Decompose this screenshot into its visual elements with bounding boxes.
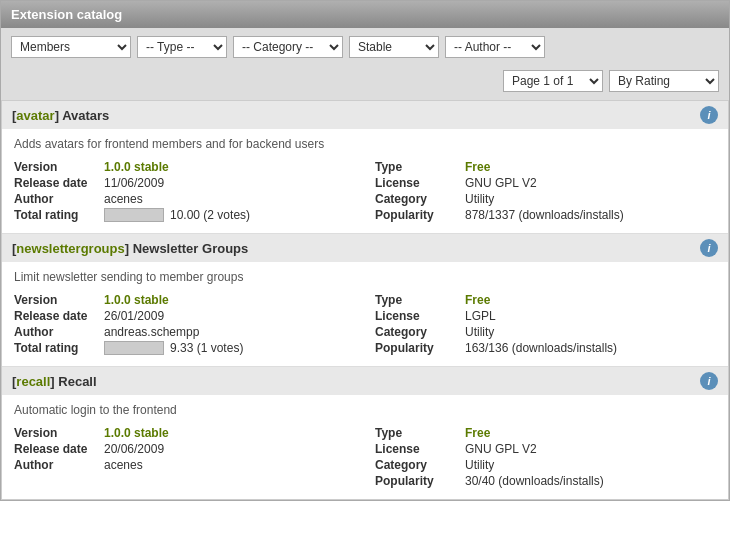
ext-details-right-newslettergroups: Type Free License LGPL Category Utility … xyxy=(375,292,716,356)
license-row-newslettergroups: License LGPL xyxy=(375,308,716,324)
extension-item-recall: [recall] Recall i Automatic login to the… xyxy=(2,367,728,499)
type-row-recall: Type Free xyxy=(375,425,716,441)
ext-details-recall: Version 1.0.0 stable Release date 20/06/… xyxy=(14,425,716,489)
info-icon-recall[interactable]: i xyxy=(700,372,718,390)
type-row-newslettergroups: Type Free xyxy=(375,292,716,308)
ext-details-left-avatar: Version 1.0.0 stable Release date 11/06/… xyxy=(14,159,355,223)
ext-desc-newslettergroups: Limit newsletter sending to member group… xyxy=(14,270,716,284)
version-row-avatar: Version 1.0.0 stable xyxy=(14,159,355,175)
category-row-recall: Category Utility xyxy=(375,457,716,473)
ext-details-right-avatar: Type Free License GNU GPL V2 Category Ut… xyxy=(375,159,716,223)
ext-link-avatar[interactable]: avatar xyxy=(16,108,54,123)
extension-item-avatar: [avatar] Avatars i Adds avatars for fron… xyxy=(2,101,728,234)
filter-toolbar: Members -- Type -- -- Category -- Stable… xyxy=(1,28,729,66)
extension-item-newslettergroups: [newslettergroups] Newsletter Groups i L… xyxy=(2,234,728,367)
ext-title-row-avatar: [avatar] Avatars i xyxy=(2,101,728,129)
page-select[interactable]: Page 1 of 1 xyxy=(503,70,603,92)
rating-row-newslettergroups: Total rating 9.33 (1 votes) xyxy=(14,340,355,356)
license-row-avatar: License GNU GPL V2 xyxy=(375,175,716,191)
ext-details-left-recall: Version 1.0.0 stable Release date 20/06/… xyxy=(14,425,355,489)
ext-title-row-newslettergroups: [newslettergroups] Newsletter Groups i xyxy=(2,234,728,262)
sort-select[interactable]: By Rating xyxy=(609,70,719,92)
rating-bar-newslettergroups xyxy=(104,341,164,355)
rating-bar-avatar xyxy=(104,208,164,222)
popularity-row-recall: Popularity 30/40 (downloads/installs) xyxy=(375,473,716,489)
ext-link-recall[interactable]: recall xyxy=(16,374,50,389)
page-header: Extension catalog xyxy=(1,1,729,28)
ext-title-row-recall: [recall] Recall i xyxy=(2,367,728,395)
ext-desc-recall: Automatic login to the frontend xyxy=(14,403,716,417)
header-title: Extension catalog xyxy=(11,7,122,22)
category-select[interactable]: -- Category -- xyxy=(233,36,343,58)
ext-details-avatar: Version 1.0.0 stable Release date 11/06/… xyxy=(14,159,716,223)
info-icon-avatar[interactable]: i xyxy=(700,106,718,124)
author-row-avatar: Author acenes xyxy=(14,191,355,207)
release-row-avatar: Release date 11/06/2009 xyxy=(14,175,355,191)
author-row-recall: Author acenes xyxy=(14,457,355,473)
version-row-newslettergroups: Version 1.0.0 stable xyxy=(14,292,355,308)
type-select[interactable]: -- Type -- xyxy=(137,36,227,58)
members-select[interactable]: Members xyxy=(11,36,131,58)
rating-row-avatar: Total rating 10.00 (2 votes) xyxy=(14,207,355,223)
category-row-avatar: Category Utility xyxy=(375,191,716,207)
ext-title-newslettergroups: [newslettergroups] Newsletter Groups xyxy=(12,241,248,256)
ext-link-newslettergroups[interactable]: newslettergroups xyxy=(16,241,124,256)
ext-details-left-newslettergroups: Version 1.0.0 stable Release date 26/01/… xyxy=(14,292,355,356)
ext-desc-avatar: Adds avatars for frontend members and fo… xyxy=(14,137,716,151)
ext-details-newslettergroups: Version 1.0.0 stable Release date 26/01/… xyxy=(14,292,716,356)
info-icon-newslettergroups[interactable]: i xyxy=(700,239,718,257)
license-row-recall: License GNU GPL V2 xyxy=(375,441,716,457)
ext-details-right-recall: Type Free License GNU GPL V2 Category Ut… xyxy=(375,425,716,489)
type-row-avatar: Type Free xyxy=(375,159,716,175)
version-row-recall: Version 1.0.0 stable xyxy=(14,425,355,441)
author-row-newslettergroups: Author andreas.schempp xyxy=(14,324,355,340)
category-row-newslettergroups: Category Utility xyxy=(375,324,716,340)
ext-title-avatar: [avatar] Avatars xyxy=(12,108,109,123)
stable-select[interactable]: Stable xyxy=(349,36,439,58)
ext-title-recall: [recall] Recall xyxy=(12,374,97,389)
release-row-newslettergroups: Release date 26/01/2009 xyxy=(14,308,355,324)
popularity-row-avatar: Popularity 878/1337 (downloads/installs) xyxy=(375,207,716,223)
popularity-row-newslettergroups: Popularity 163/136 (downloads/installs) xyxy=(375,340,716,356)
extension-list: [avatar] Avatars i Adds avatars for fron… xyxy=(1,100,729,500)
release-row-recall: Release date 20/06/2009 xyxy=(14,441,355,457)
author-select[interactable]: -- Author -- xyxy=(445,36,545,58)
pagination-toolbar: Page 1 of 1 By Rating xyxy=(1,66,729,100)
